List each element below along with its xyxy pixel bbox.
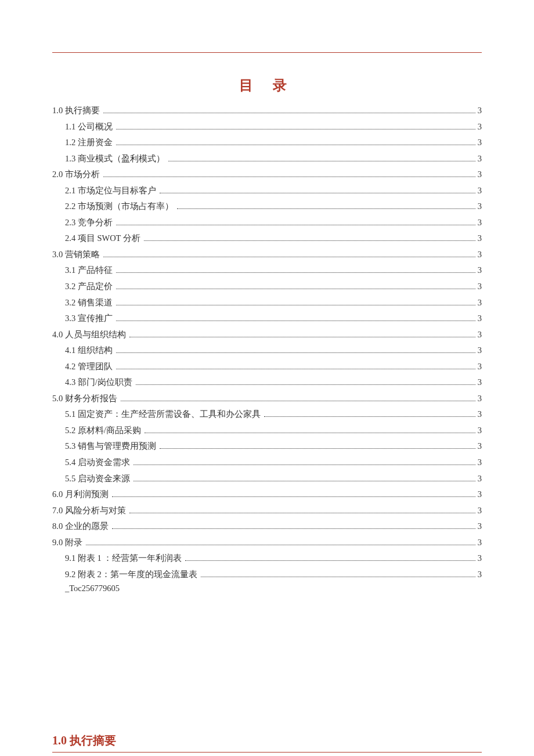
toc-leader-dots (160, 193, 475, 193)
toc-entry[interactable]: 8.0 企业的愿景3 (52, 519, 482, 535)
toc-entry[interactable]: 5.2 原材料/商品采购3 (52, 423, 482, 439)
toc-entry-label: 5.0 财务分析报告 (52, 391, 120, 407)
toc-entry[interactable]: 3.3 宣传推广3 (52, 311, 482, 327)
toc-entry-page: 3 (477, 550, 482, 567)
toc-leader-dots (264, 416, 475, 417)
toc-entry[interactable]: 5.3 销售与管理费用预测3 (52, 438, 482, 455)
toc-entry-label: 2.1 市场定位与目标客户 (65, 183, 158, 199)
toc-entry-label: 4.3 部门/岗位职责 (65, 375, 135, 391)
toc-entry[interactable]: 3.2 销售渠道3 (52, 295, 482, 311)
toc-entry-page: 3 (477, 183, 482, 199)
toc-entry[interactable]: 5.1 固定资产：生产经营所需设备、工具和办公家具3 (52, 406, 482, 423)
toc-leader-dots (116, 272, 475, 273)
toc-entry-page: 3 (477, 103, 482, 119)
toc-entry-label: 4.2 管理团队 (65, 359, 115, 375)
toc-entry[interactable]: 4.2 管理团队3 (52, 359, 482, 375)
toc-entry-label: 5.2 原材料/商品采购 (65, 423, 143, 439)
toc-entry[interactable]: 9.2 附表 2：第一年度的现金流量表3 (52, 567, 482, 583)
toc-leader-dots (136, 384, 475, 385)
toc-entry[interactable]: 3.2 产品定价3 (52, 279, 482, 295)
toc-entry-label: 2.4 项目 SWOT 分析 (65, 231, 143, 247)
toc-entry-page: 3 (477, 199, 482, 215)
toc-entry-page: 3 (477, 455, 482, 471)
toc-entry[interactable]: 5.0 财务分析报告3 (52, 391, 482, 407)
toc-entry[interactable]: 1.2 注册资金3 (52, 135, 482, 151)
toc-leader-dots (121, 401, 475, 401)
toc-entry[interactable]: 2.3 竞争分析3 (52, 215, 482, 231)
toc-entry-page: 3 (477, 406, 482, 423)
toc-entry-label: 5.1 固定资产：生产经营所需设备、工具和办公家具 (65, 406, 263, 423)
toc-entry[interactable]: 1.1 公司概况3 (52, 119, 482, 135)
toc-entry[interactable]: 1.3 商业模式（盈利模式）3 (52, 151, 482, 167)
toc-leader-dots (116, 321, 475, 321)
toc-entry-page: 3 (477, 391, 482, 407)
toc-leader-dots (103, 177, 475, 177)
toc-leader-dots (129, 337, 475, 337)
toc-entry-page: 3 (477, 231, 482, 247)
toc-entry-page: 3 (477, 343, 482, 359)
toc-entry-page: 3 (477, 279, 482, 295)
toc-entry[interactable]: 3.0 营销策略3 (52, 247, 482, 263)
toc-leader-dots (116, 225, 475, 225)
toc-entry-label: 5.5 启动资金来源 (65, 471, 132, 487)
document-page: 目 录 1.0 执行摘要31.1 公司概况31.2 注册资金31.3 商业模式（… (0, 0, 534, 753)
toc-entry-page: 3 (477, 375, 482, 391)
toc-entry-label: 9.1 附表 1 ：经营第一年利润表 (65, 550, 184, 567)
toc-leader-dots (86, 545, 475, 545)
table-of-contents: 1.0 执行摘要31.1 公司概况31.2 注册资金31.3 商业模式（盈利模式… (52, 103, 482, 582)
toc-leader-dots (116, 305, 475, 305)
toc-entry[interactable]: 4.1 组织结构3 (52, 343, 482, 359)
toc-entry-page: 3 (477, 567, 482, 583)
toc-entry-page: 3 (477, 327, 482, 343)
top-divider (52, 52, 482, 53)
toc-entry-page: 3 (477, 247, 482, 263)
toc-entry[interactable]: 3.1 产品特征3 (52, 262, 482, 279)
section-heading-block: 1.0 执行摘要 (52, 733, 482, 753)
toc-entry[interactable]: 7.0 风险分析与对策3 (52, 503, 482, 519)
toc-entry-label: 9.2 附表 2：第一年度的现金流量表 (65, 567, 200, 583)
toc-leader-dots (116, 289, 475, 289)
toc-entry-page: 3 (477, 262, 482, 279)
toc-entry-page: 3 (477, 519, 482, 535)
toc-entry[interactable]: 4.3 部门/岗位职责3 (52, 375, 482, 391)
toc-entry-page: 3 (477, 311, 482, 327)
toc-entry-label: 9.0 附录 (52, 535, 85, 551)
toc-entry-page: 3 (477, 119, 482, 135)
toc-entry[interactable]: 1.0 执行摘要3 (52, 103, 482, 119)
toc-entry-page: 3 (477, 167, 482, 183)
toc-leader-dots (112, 528, 475, 529)
toc-entry[interactable]: 9.0 附录3 (52, 535, 482, 551)
toc-leader-dots (116, 369, 475, 369)
section-divider (52, 752, 482, 753)
toc-entry[interactable]: 2.2 市场预测（市场占有率）3 (52, 199, 482, 215)
toc-entry[interactable]: 2.0 市场分析3 (52, 167, 482, 183)
toc-entry-label: 7.0 风险分析与对策 (52, 503, 128, 519)
toc-entry-label: 2.3 竞争分析 (65, 215, 115, 231)
toc-leader-dots (160, 448, 475, 449)
toc-leader-dots (134, 465, 475, 465)
toc-entry-page: 3 (477, 135, 482, 151)
toc-entry-label: 3.2 销售渠道 (65, 295, 115, 311)
toc-entry-label: 4.1 组织结构 (65, 343, 115, 359)
toc-entry-label: 3.0 营销策略 (52, 247, 102, 263)
toc-entry[interactable]: 6.0 月利润预测3 (52, 487, 482, 503)
toc-entry-page: 3 (477, 215, 482, 231)
toc-entry-label: 6.0 月利润预测 (52, 487, 111, 503)
toc-leader-dots (116, 129, 475, 129)
toc-entry-label: 8.0 企业的愿景 (52, 519, 111, 535)
toc-leader-dots (103, 257, 475, 257)
toc-leader-dots (134, 481, 475, 481)
toc-leader-dots (145, 433, 475, 433)
toc-entry-page: 3 (477, 151, 482, 167)
toc-entry-page: 3 (477, 423, 482, 439)
toc-entry[interactable]: 4.0 人员与组织结构3 (52, 327, 482, 343)
toc-entry-page: 3 (477, 503, 482, 519)
toc-entry[interactable]: 9.1 附表 1 ：经营第一年利润表3 (52, 550, 482, 567)
toc-entry[interactable]: 2.1 市场定位与目标客户3 (52, 183, 482, 199)
toc-leader-dots (129, 513, 475, 513)
toc-entry[interactable]: 5.5 启动资金来源3 (52, 471, 482, 487)
toc-leader-dots (185, 560, 475, 561)
toc-leader-dots (201, 577, 475, 577)
toc-entry[interactable]: 2.4 项目 SWOT 分析3 (52, 231, 482, 247)
toc-entry[interactable]: 5.4 启动资金需求3 (52, 455, 482, 471)
